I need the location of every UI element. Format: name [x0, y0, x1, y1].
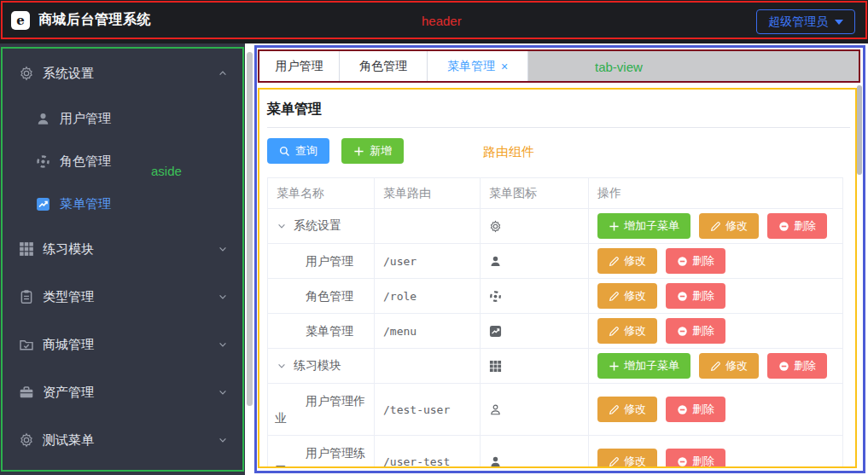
sidebar-subitem-0-1[interactable]: 角色管理: [0, 140, 245, 182]
menu-name: 练习模块: [294, 358, 341, 374]
edit-button[interactable]: 修改: [597, 283, 657, 309]
menu-name-cell: 练习模块: [268, 349, 375, 383]
page-scrollbar-track[interactable]: [245, 43, 254, 475]
tab-2[interactable]: 菜单管理×: [428, 51, 528, 81]
sidebar-item-4[interactable]: 资产管理: [0, 368, 245, 416]
sidebar-item-2[interactable]: 类型管理: [0, 273, 245, 321]
search-button[interactable]: 查询: [267, 138, 329, 164]
tab-close-icon[interactable]: ×: [501, 61, 508, 72]
remove-icon: [677, 326, 688, 337]
menu-route-cell: /test-user: [375, 384, 481, 435]
edit-button[interactable]: 修改: [699, 213, 759, 239]
remove-icon: [778, 221, 789, 232]
edit-button-label: 修改: [624, 402, 646, 417]
expand-chevron-icon[interactable]: [277, 221, 287, 231]
edit-button[interactable]: 修改: [597, 248, 657, 274]
edit-icon: [609, 326, 620, 337]
menu-icon-cell: [481, 349, 589, 383]
trend-chart-icon: [36, 197, 50, 211]
user-outline-icon: [489, 403, 502, 416]
user-menu-label: 超级管理员: [768, 14, 828, 30]
menu-icon-cell: [481, 279, 589, 313]
delete-button-label: 删除: [794, 218, 816, 234]
plus-icon: [609, 221, 620, 232]
chevron-down-icon: [218, 339, 228, 350]
delete-button-label: 删除: [692, 253, 714, 269]
tab-view-annotation-label: tab-view: [595, 59, 643, 73]
chevron-up-icon: [218, 68, 228, 78]
delete-button[interactable]: 删除: [767, 353, 827, 379]
table-header-row: 菜单名称 菜单路由 菜单图标 操作: [268, 178, 842, 209]
menu-name-cell: 用户管理作业: [268, 384, 375, 435]
expand-chevron-icon[interactable]: [277, 361, 287, 371]
delete-button-label: 删除: [692, 288, 714, 304]
sidebar-item-label: 资产管理: [43, 385, 94, 401]
tab-0[interactable]: 用户管理: [259, 51, 340, 81]
menu-name-cell: 菜单管理: [268, 314, 375, 348]
delete-button[interactable]: 删除: [666, 318, 725, 344]
edit-button[interactable]: 修改: [597, 397, 657, 422]
add-child-button[interactable]: 增加子菜单: [597, 213, 690, 239]
aim-icon: [489, 290, 502, 303]
user-icon: [489, 255, 502, 268]
sidebar-item-5[interactable]: 测试菜单: [0, 416, 245, 464]
divider: [267, 127, 850, 128]
edit-icon: [710, 361, 721, 372]
edit-button[interactable]: 修改: [597, 449, 657, 468]
sidebar-item-0[interactable]: 系统设置: [0, 49, 245, 97]
folder-check-icon: [19, 337, 34, 352]
tab-1[interactable]: 角色管理: [340, 51, 428, 81]
remove-icon: [677, 456, 688, 467]
sidebar-item-label: 练习模块: [43, 241, 94, 258]
menu-icon-cell: [481, 384, 589, 435]
toolbar: 查询 新增: [267, 138, 855, 164]
search-icon: [279, 146, 290, 157]
sidebar-subitem-0-0[interactable]: 用户管理: [0, 97, 245, 140]
sidebar: 系统设置用户管理角色管理菜单管理练习模块类型管理商城管理资产管理测试菜单 asi…: [0, 43, 245, 475]
add-child-button[interactable]: 增加子菜单: [597, 353, 690, 379]
sidebar-item-1[interactable]: 练习模块: [0, 225, 245, 273]
edit-button[interactable]: 修改: [597, 318, 657, 344]
delete-button-label: 删除: [692, 323, 714, 339]
menu-name-cell: 角色管理: [268, 279, 375, 313]
app-header: e 商城后台管理系统 header 超级管理员: [0, 0, 868, 43]
menu-name: 用户管理练习: [268, 436, 374, 468]
column-header-route: 菜单路由: [375, 178, 481, 208]
delete-button[interactable]: 删除: [666, 449, 725, 468]
menu-route-cell: [375, 349, 481, 383]
page-scrollbar-thumb[interactable]: [247, 52, 253, 406]
edit-icon: [609, 404, 620, 415]
plus-icon: [353, 146, 364, 157]
gear-icon: [19, 432, 34, 448]
brand: e 商城后台管理系统: [11, 1, 151, 39]
remove-icon: [677, 404, 688, 415]
edit-button[interactable]: 修改: [699, 353, 759, 379]
delete-button[interactable]: 删除: [666, 397, 725, 422]
chevron-down-icon: [218, 387, 228, 397]
clipboard-icon: [19, 289, 34, 304]
menu-icon-cell: [481, 436, 589, 468]
table-row: 用户管理练习/user-test修改删除: [268, 436, 842, 468]
delete-button[interactable]: 删除: [666, 283, 725, 309]
menu-name-cell: 用户管理练习: [268, 436, 375, 468]
menu-route-cell: /user-test: [375, 436, 481, 468]
add-button-label: 新增: [370, 143, 392, 159]
page-title: 菜单管理: [267, 100, 855, 118]
edit-button-label: 修改: [624, 323, 646, 339]
content-scrollbar-thumb[interactable]: [857, 85, 862, 175]
menu-name: 用户管理作业: [268, 384, 374, 435]
delete-button[interactable]: 删除: [666, 248, 725, 274]
user-menu-button[interactable]: 超级管理员: [756, 9, 855, 34]
table-row: 角色管理/role修改删除: [268, 279, 842, 314]
sidebar-menu: 系统设置用户管理角色管理菜单管理练习模块类型管理商城管理资产管理测试菜单: [0, 49, 245, 464]
table-row: 系统设置增加子菜单修改删除: [268, 209, 842, 244]
header-annotation-label: header: [422, 14, 462, 28]
column-header-icon: 菜单图标: [481, 178, 589, 208]
delete-button[interactable]: 删除: [767, 213, 827, 239]
sidebar-subitem-0-2[interactable]: 菜单管理: [0, 182, 245, 225]
menu-name: 系统设置: [294, 218, 341, 234]
menu-table: 菜单名称 菜单路由 菜单图标 操作 系统设置增加子菜单修改删除用户管理/user…: [267, 177, 843, 468]
add-button[interactable]: 新增: [341, 138, 404, 164]
sidebar-item-3[interactable]: 商城管理: [0, 321, 245, 368]
edit-icon: [609, 256, 620, 267]
